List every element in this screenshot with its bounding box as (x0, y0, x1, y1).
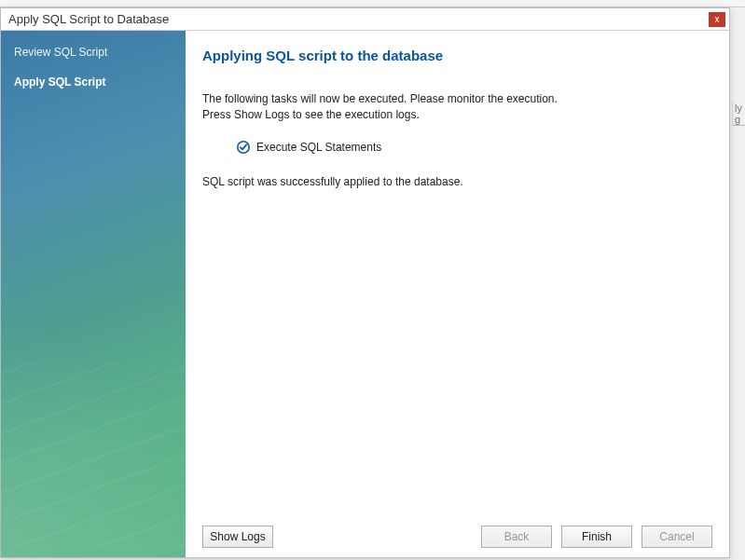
show-logs-button[interactable]: Show Logs (202, 526, 273, 548)
background-fragment: ly g (732, 101, 745, 125)
dialog: Apply SQL Script to Database x Review SQ… (0, 7, 730, 558)
close-icon[interactable]: x (709, 12, 725, 27)
background-line (732, 125, 745, 126)
menu-bar-remnant (0, 0, 745, 7)
main-panel: Applying SQL script to the database The … (186, 31, 729, 557)
task-row: Execute SQL Statements (236, 140, 712, 155)
button-row: Show Logs Back Finish Cancel (202, 518, 712, 548)
window-title: Apply SQL Script to Database (8, 12, 169, 26)
back-button: Back (481, 526, 552, 548)
dialog-body: Review SQL Script Apply SQL Script Apply… (1, 31, 729, 557)
task-label: Execute SQL Statements (256, 141, 381, 154)
status-text: SQL script was successfully applied to t… (202, 175, 712, 188)
step-list: Review SQL Script Apply SQL Script (1, 31, 186, 103)
finish-button[interactable]: Finish (561, 526, 632, 548)
description-line-1: The following tasks will now be executed… (202, 92, 558, 105)
description-line-2: Press Show Logs to see the execution log… (202, 108, 420, 121)
step-review-sql[interactable]: Review SQL Script (14, 42, 172, 62)
description-text: The following tasks will now be executed… (202, 91, 712, 123)
sidebar: Review SQL Script Apply SQL Script (1, 31, 186, 557)
spacer (202, 188, 712, 518)
page-title: Applying SQL script to the database (202, 48, 712, 63)
title-bar: Apply SQL Script to Database x (1, 8, 729, 31)
step-apply-sql[interactable]: Apply SQL Script (14, 62, 172, 92)
cancel-button: Cancel (642, 526, 712, 548)
check-icon (236, 140, 251, 155)
